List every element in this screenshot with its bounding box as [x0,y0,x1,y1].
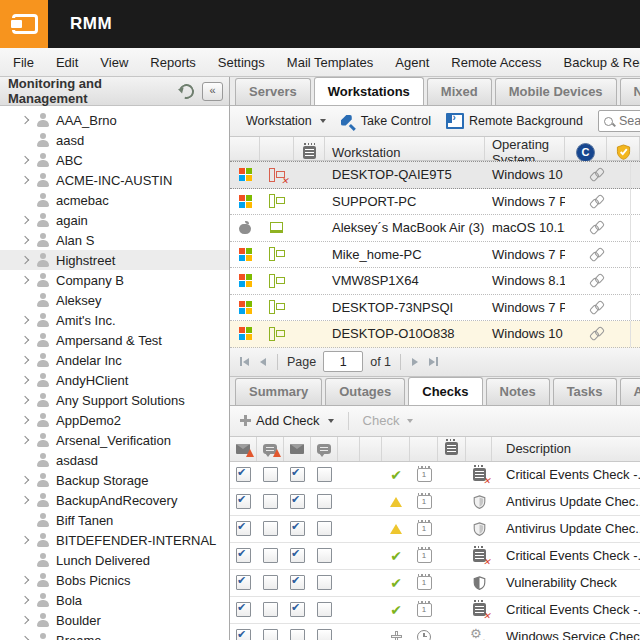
menu-item[interactable]: Mail Templates [276,48,384,76]
collapse-sidebar-button[interactable] [202,82,223,101]
brand-logo[interactable] [0,0,48,48]
client-tree-item[interactable]: Arsenal_Verification [0,430,229,450]
prev-page-button[interactable] [258,356,268,368]
menu-item[interactable]: View [89,48,139,76]
Aleksey´s MacBook Air (3)[interactable]: Aleksey´s MacBook Air (3) macOS 10.12.6 … [230,215,640,242]
expand-arrow-icon[interactable] [21,236,29,244]
expand-arrow-icon[interactable] [21,616,29,624]
workstation-name[interactable]: DESKTOP-73NPSQI [325,295,485,321]
check-description[interactable]: Antivirus Update Chec... [492,516,640,542]
menu-item[interactable]: Remote Access [440,48,552,76]
device-tab[interactable]: Network Devices [620,78,640,105]
detail-tab[interactable]: Checks [408,377,482,406]
refresh-icon[interactable] [176,81,196,101]
client-tree-item[interactable]: Alan S [0,230,229,250]
DESKTOP-QAIE9T5[interactable]: DESKTOP-QAIE9T5 Windows 10 Pro... [230,161,640,189]
device-tab[interactable]: Workstations [314,77,424,106]
detail-tab[interactable]: Outages [325,378,405,405]
add-check-button[interactable]: Add Check [240,413,334,428]
client-tree-item[interactable]: Bobs Picnics [0,570,229,590]
client-tree-item[interactable]: Highstreet [0,250,229,270]
last-page-button[interactable] [427,355,440,368]
expand-arrow-icon[interactable] [21,576,29,584]
expand-arrow-icon[interactable] [21,496,29,504]
link-cell[interactable] [565,268,630,294]
client-tree-item[interactable]: Bola [0,590,229,610]
client-tree-item[interactable]: Aleksey [0,290,229,310]
link-cell[interactable] [565,162,630,188]
check-row[interactable]: Critical Events Check -... [230,462,640,489]
expand-arrow-icon[interactable] [21,636,29,640]
client-tree-item[interactable]: Biff Tanen [0,510,229,530]
client-tree-item[interactable]: aasd [0,130,229,150]
link-cell[interactable] [565,321,630,347]
client-tree-item[interactable]: BackupAndRecovery [0,490,229,510]
sms-alert-checkbox[interactable] [263,548,278,563]
detail-tab[interactable]: Tasks [553,378,617,405]
menu-item[interactable]: Agent [384,48,440,76]
chat-checkbox[interactable] [317,521,332,536]
mail-alert-checkbox[interactable] [236,494,251,509]
mail-checkbox[interactable] [290,467,305,482]
mail-checkbox[interactable] [290,575,305,590]
check-menu-button[interactable]: Check [363,413,414,428]
expand-arrow-icon[interactable] [21,256,29,264]
sms-alert-checkbox[interactable] [263,467,278,482]
remote-background-button[interactable]: Remote Background [446,113,583,129]
sms-alert-checkbox[interactable] [263,629,278,640]
chat-checkbox[interactable] [317,629,332,640]
VMW8SP1X64[interactable]: VMW8SP1X64 Windows 8.1 Pr... [230,268,640,295]
workstation-name[interactable]: Aleksey´s MacBook Air (3) [325,215,485,241]
client-tree-item[interactable]: acmebac [0,190,229,210]
menu-item[interactable]: File [2,48,45,76]
menu-item[interactable]: Edit [45,48,89,76]
workstation-name[interactable]: VMW8SP1X64 [325,268,485,294]
workstation-name[interactable]: SUPPORT-PC [325,189,485,215]
check-description[interactable]: Antivirus Update Chec... [492,489,640,515]
client-tree-item[interactable]: AndyHClient [0,370,229,390]
expand-arrow-icon[interactable] [21,416,29,424]
chat-checkbox[interactable] [317,575,332,590]
mail-checkbox[interactable] [290,521,305,536]
chat-checkbox[interactable] [317,467,332,482]
mail-alert-checkbox[interactable] [236,467,251,482]
check-description[interactable]: Critical Events Check -... [492,462,640,488]
client-tree-item[interactable]: asdasd [0,450,229,470]
expand-arrow-icon[interactable] [21,116,29,124]
check-description[interactable]: Critical Events Check -... [492,597,640,623]
expand-arrow-icon[interactable] [21,176,29,184]
mail-alert-checkbox[interactable] [236,548,251,563]
chat-checkbox[interactable] [317,494,332,509]
client-tree-item[interactable]: AppDemo2 [0,410,229,430]
search-input[interactable] [617,113,640,129]
expand-arrow-icon[interactable] [21,396,29,404]
mail-alert-checkbox[interactable] [236,521,251,536]
expand-arrow-icon[interactable] [21,356,29,364]
mail-alert-checkbox[interactable] [236,602,251,617]
expand-arrow-icon[interactable] [21,536,29,544]
client-tree-item[interactable]: Backup Storage [0,470,229,490]
expand-arrow-icon[interactable] [21,596,29,604]
menu-item[interactable]: Backup & Recovery [553,48,640,76]
client-tree-item[interactable]: Company B [0,270,229,290]
check-description[interactable]: Critical Events Check -... [492,543,640,569]
workstation-name[interactable]: DESKTOP-QAIE9T5 [325,162,485,188]
client-tree-item[interactable]: AAA_Brno [0,110,229,130]
mail-checkbox[interactable] [290,548,305,563]
client-tree-item[interactable]: Andelar Inc [0,350,229,370]
description-column-header[interactable]: Description [492,437,640,461]
Mike_home-PC[interactable]: Mike_home-PC Windows 7 Prof... [230,242,640,269]
client-tree-item[interactable]: Boulder [0,610,229,630]
SUPPORT-PC[interactable]: SUPPORT-PC Windows 7 Prof... [230,189,640,216]
next-page-button[interactable] [410,356,420,368]
mail-checkbox[interactable] [290,494,305,509]
expand-arrow-icon[interactable] [21,316,29,324]
check-row[interactable]: Critical Events Check -... [230,597,640,624]
menu-item[interactable]: Reports [139,48,207,76]
take-control-button[interactable]: Take Control [341,114,431,129]
sms-alert-checkbox[interactable] [263,602,278,617]
expand-arrow-icon[interactable] [21,276,29,284]
detail-tab[interactable]: Assets [620,378,640,405]
client-tree-item[interactable]: ACME-INC-AUSTIN [0,170,229,190]
first-page-button[interactable] [238,355,251,368]
